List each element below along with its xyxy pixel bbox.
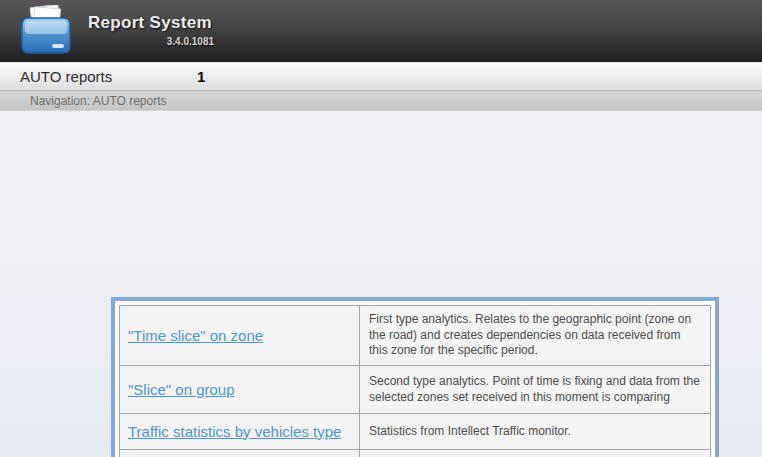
report-description: Statistics from Intellect Traffic monito… (360, 414, 711, 450)
report-system-logo-icon (18, 5, 74, 57)
report-link-slice-on-group[interactable]: "Slice" on group (128, 381, 235, 398)
reports-table: "Time slice" on zone First type analytic… (119, 305, 711, 457)
table-row: Traffic statistics by vehicles groups St… (120, 450, 711, 457)
report-description: Statistics from Intellect Traffic monito… (360, 450, 711, 457)
title-block: Report System 3.4.0.1081 (88, 13, 214, 47)
app-version: 3.4.0.1081 (88, 36, 214, 47)
table-row: "Time slice" on zone First type analytic… (120, 306, 711, 366)
annotation-marker-1: 1 (197, 68, 205, 85)
report-link-traffic-statistics-by-vehicles-type[interactable]: Traffic statistics by vehicles type (128, 423, 341, 440)
table-row: Traffic statistics by vehicles type Stat… (120, 414, 711, 450)
table-row: "Slice" on group Second type analytics. … (120, 366, 711, 414)
reports-table-container: "Time slice" on zone First type analytic… (111, 297, 719, 457)
app-header: Report System 3.4.0.1081 (0, 0, 762, 62)
main-content: "Time slice" on zone First type analytic… (0, 112, 762, 457)
breadcrumb: Navigation: AUTO reports (30, 94, 167, 108)
breadcrumb-bar: Navigation: AUTO reports (0, 91, 762, 111)
report-link-time-slice-on-zone[interactable]: "Time slice" on zone (128, 327, 263, 344)
report-description: First type analytics. Relates to the geo… (360, 306, 711, 366)
app-title: Report System (88, 13, 214, 33)
menu-bar: AUTO reports 1 (0, 62, 762, 91)
report-description: Second type analytics. Point of time is … (360, 366, 711, 414)
menu-item-auto-reports[interactable]: AUTO reports (0, 68, 112, 85)
